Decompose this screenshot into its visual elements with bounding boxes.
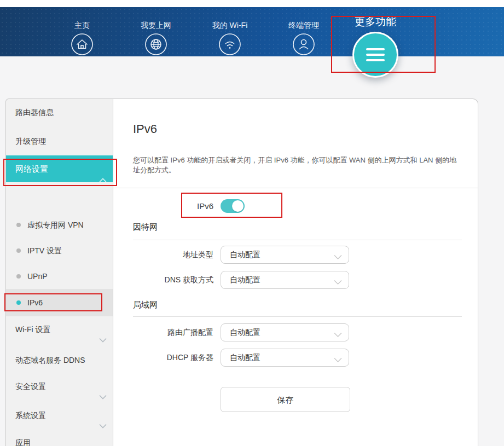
nav-label-more-features: 更多功能 — [343, 15, 408, 29]
nav-label-internet: 我要上网 — [120, 21, 192, 30]
sidebar-item-label: 虚拟专用网 VPN — [27, 221, 84, 229]
divider — [113, 188, 478, 188]
chevron-down-icon — [334, 277, 342, 287]
sidebar-item-upgrade[interactable]: 升级管理 — [6, 128, 113, 154]
dhcp-server-label: DHCP 服务器 — [113, 349, 213, 367]
nav-item-my-wifi[interactable]: 我的 Wi-Fi — [194, 21, 265, 58]
nav-label-device-management: 终端管理 — [268, 21, 339, 30]
bullet-icon — [16, 300, 21, 305]
sidebar-item-system[interactable]: 系统设置 — [6, 402, 113, 428]
sidebar-item-label: 升级管理 — [15, 137, 46, 146]
page-title: IPv6 — [133, 122, 157, 136]
router-advertisement-dropdown[interactable]: 自动配置 — [221, 323, 349, 341]
sidebar-item-label: IPTV 设置 — [27, 246, 62, 255]
dns-mode-dropdown[interactable]: 自动配置 — [221, 271, 349, 289]
top-white-strip — [0, 0, 504, 7]
bullet-icon — [16, 274, 21, 279]
dhcp-server-dropdown[interactable]: 自动配置 — [221, 349, 349, 367]
chevron-down-icon — [99, 440, 107, 446]
ipv6-toggle-switch[interactable] — [221, 199, 245, 213]
ipv6-toggle-label: IPv6 — [168, 199, 213, 213]
toggle-knob — [232, 200, 244, 212]
dropdown-selected-value: 自动配置 — [221, 271, 349, 288]
main-content-panel: IPv6 您可以配置 IPv6 功能的开启或者关闭，开启 IPv6 功能，你可以… — [113, 99, 478, 446]
sidebar-nav: 路由器信息 升级管理 网络设置 局域网 虚拟专用网 VPN IPTV 设置 UP… — [5, 99, 113, 446]
sidebar-item-apps[interactable]: 应用 — [6, 430, 113, 446]
sidebar-item-label: 动态域名服务 DDNS — [15, 356, 85, 364]
sidebar-item-wifi-settings[interactable]: Wi-Fi 设置 — [6, 316, 113, 343]
wifi-icon — [194, 33, 265, 58]
divider — [133, 316, 462, 317]
home-icon — [47, 33, 118, 58]
address-type-label: 地址类型 — [113, 246, 213, 264]
section-title-internet: 因特网 — [133, 222, 158, 233]
router-advertisement-label: 路由广播配置 — [113, 323, 213, 341]
dropdown-selected-value: 自动配置 — [221, 324, 349, 341]
save-button[interactable]: 保存 — [221, 387, 350, 412]
menu-icon — [366, 45, 385, 65]
sidebar-item-network-settings[interactable]: 网络设置 — [6, 155, 113, 182]
more-features-button[interactable] — [352, 32, 398, 78]
chevron-down-icon — [334, 330, 342, 340]
page-description: 您可以配置 IPv6 功能的开启或者关闭，开启 IPv6 功能，你可以配置 WA… — [133, 155, 461, 175]
dropdown-selected-value: 自动配置 — [221, 246, 349, 263]
nav-item-internet[interactable]: 我要上网 — [120, 21, 192, 58]
sidebar-item-label: 网络设置 — [15, 164, 48, 173]
sidebar-item-label: 系统设置 — [15, 411, 46, 420]
bullet-icon — [16, 248, 21, 253]
nav-item-device-management[interactable]: 终端管理 — [268, 21, 339, 58]
sidebar-item-ddns[interactable]: 动态域名服务 DDNS — [6, 347, 113, 373]
dropdown-selected-value: 自动配置 — [221, 349, 349, 366]
sidebar-item-label: 路由器信息 — [15, 108, 54, 117]
sidebar-item-router-info[interactable]: 路由器信息 — [6, 99, 113, 125]
sidebar-item-label: 应用 — [15, 438, 31, 446]
section-title-lan: 局域网 — [133, 299, 158, 310]
header-bar: 主页 我要上网 我的 Wi-Fi — [0, 7, 504, 56]
dns-mode-label: DNS 获取方式 — [113, 271, 213, 289]
sidebar-item-label: Wi-Fi 设置 — [15, 325, 51, 334]
address-type-dropdown[interactable]: 自动配置 — [221, 246, 349, 264]
sidebar-item-ipv6[interactable]: IPv6 — [6, 289, 113, 316]
chevron-down-icon — [334, 252, 342, 262]
sidebar-item-security[interactable]: 安全设置 — [6, 373, 113, 399]
globe-icon — [120, 33, 192, 58]
sidebar-item-vpn[interactable]: 虚拟专用网 VPN — [6, 212, 113, 238]
sidebar-item-label: IPv6 — [27, 298, 43, 307]
nav-item-home[interactable]: 主页 — [47, 21, 118, 58]
devices-user-icon — [268, 33, 339, 58]
divider — [133, 240, 462, 240]
sidebar-item-upnp[interactable]: UPnP — [6, 263, 113, 289]
chevron-down-icon — [334, 355, 342, 365]
chevron-up-icon — [99, 166, 107, 193]
bullet-icon — [16, 223, 21, 227]
sidebar-item-label: 安全设置 — [15, 382, 46, 391]
nav-label-home: 主页 — [47, 21, 118, 30]
sidebar-item-label: UPnP — [27, 272, 48, 281]
sidebar-item-iptv[interactable]: IPTV 设置 — [6, 238, 113, 264]
nav-label-my-wifi: 我的 Wi-Fi — [194, 21, 265, 30]
